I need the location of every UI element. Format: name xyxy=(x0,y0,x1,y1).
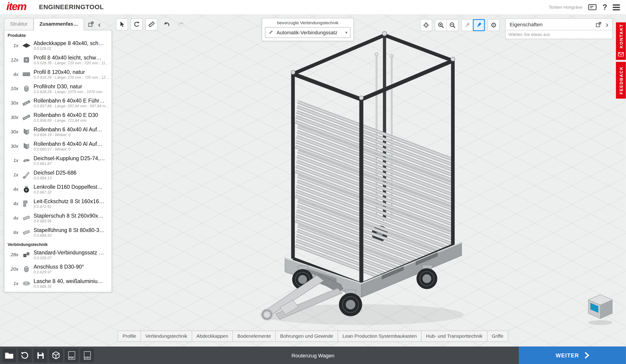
cap-icon xyxy=(21,41,31,50)
measure-tool-button[interactable] xyxy=(146,18,157,30)
category-button[interactable]: Lean Production Systembaukasten xyxy=(338,331,422,342)
collapse-panel-icon[interactable]: ‹ xyxy=(98,20,101,28)
weiter-label: WEITER xyxy=(556,352,579,358)
tab-zusammenfassung[interactable]: Zusammenfas… xyxy=(34,18,84,31)
product-subtitle: 0.0.026.01 xyxy=(34,46,110,51)
product-list-item[interactable]: 6xStapelführung 8 St 80x80-3…0.0.686.93 xyxy=(4,225,112,239)
product-list-item[interactable]: 30xRollenbahn 6 40x40 E Führ…0.0.657.88 … xyxy=(4,96,112,110)
save-button[interactable] xyxy=(34,348,47,362)
product-list-item[interactable]: 10xProfilrohr D30, natur0.0.628.28 - Län… xyxy=(4,81,112,96)
zoom-out-button[interactable] xyxy=(446,19,458,31)
left-panel: Struktur Zusammenfas… ‹ Produkte1xAbdeck… xyxy=(4,18,112,292)
product-list-item[interactable]: 30xRollenbahn 6 40x40 Al Auf…0.0.659.19 … xyxy=(4,125,112,139)
category-bar: ProfileVerbindungstechnikAbdeckkappenBod… xyxy=(118,331,508,342)
plate-icon xyxy=(21,228,31,237)
product-qty: 30x xyxy=(6,129,18,134)
news-icon[interactable] xyxy=(588,4,597,11)
product-title: Rollenbahn 6 40x40 Al Auf… xyxy=(34,127,110,132)
product-title: Profil 8 40x40 leicht, schw… xyxy=(34,55,110,61)
rotate-tool-button[interactable] xyxy=(131,18,143,30)
product-qty: 4x xyxy=(6,201,18,206)
properties-placeholder: Wählen Sie etwas aus xyxy=(505,31,613,39)
expand-properties-icon[interactable]: › xyxy=(606,20,608,28)
kontakt-tab[interactable]: KONTAKT xyxy=(616,22,626,60)
category-button[interactable]: Bohrungen und Gewinde xyxy=(275,331,338,342)
category-button[interactable]: Griffe xyxy=(487,331,508,342)
strap-icon xyxy=(21,279,31,288)
menu-icon[interactable] xyxy=(613,4,620,10)
select-tool-button[interactable] xyxy=(116,18,128,30)
product-list: Produkte1xAbdeckkappe 8 40x40, sch…0.0.0… xyxy=(4,30,112,292)
product-qty: 1x xyxy=(6,158,18,163)
roller-icon xyxy=(21,113,31,122)
pdf-icon: PDF xyxy=(68,351,75,360)
product-list-item[interactable]: 4xProfil 8 120x40, natur0.0.416.29 - Län… xyxy=(4,67,112,81)
category-button[interactable]: Profile xyxy=(118,331,141,342)
topbar-right: Torben Hohgräve ? xyxy=(549,3,626,11)
zoom-in-button[interactable] xyxy=(435,19,447,31)
product-subtitle: 0.0.686.93 xyxy=(34,233,110,237)
product-list-item[interactable]: 20xAnschluss 8 D30-90°0.0.629.97 xyxy=(4,262,112,276)
help-icon[interactable]: ? xyxy=(602,3,607,11)
center-view-button[interactable] xyxy=(420,19,432,31)
product-list-item[interactable]: 1xDeichsel D25-6860.0.664.13 xyxy=(4,168,112,182)
product-qty: 28x xyxy=(6,252,18,257)
bracket-icon xyxy=(21,141,31,151)
product-title: Rollenbahn 6 40x40 E D30 xyxy=(34,112,110,118)
popout-properties-icon[interactable] xyxy=(595,21,602,28)
connection-dropdown[interactable]: Automatik-Verbindungssatz ▾ xyxy=(265,27,351,38)
feedback-tab[interactable]: FEEDBACK xyxy=(616,62,626,99)
open-project-button[interactable] xyxy=(2,348,16,362)
export-3d-button[interactable] xyxy=(49,348,63,362)
reset-button[interactable] xyxy=(18,348,32,362)
product-list-item[interactable]: 4xLeit-Eckschutz 8 St 160x16…0.0.672.91 xyxy=(4,197,112,211)
product-list-item[interactable]: 28xStandard-Verbindungssatz …0.0.026.07 xyxy=(4,248,112,262)
wide-profile-icon xyxy=(21,69,31,79)
caster-icon xyxy=(21,184,31,194)
product-list-item[interactable]: 30xRollenbahn 6 40x40 Al Auf…0.0.660.57 … xyxy=(4,139,112,153)
csv-export-button[interactable]: CSV xyxy=(80,348,94,362)
envelope-icon xyxy=(618,51,624,58)
category-button[interactable]: Verbindungstechnik xyxy=(141,331,192,342)
product-list-item[interactable]: 4xStaplerschuh 8 St 260x90x…0.0.683.95 xyxy=(4,211,112,225)
connection-panel: bevorzugte Verbindungstechnik Automatik-… xyxy=(262,18,354,41)
product-list-item[interactable]: 1xAbdeckkappe 8 40x40, sch…0.0.026.01 xyxy=(4,38,112,53)
corner-guard-icon xyxy=(21,199,31,208)
properties-header: Eigenschaften › xyxy=(505,18,613,30)
product-subtitle: 0.0.629.97 xyxy=(34,270,110,274)
section-header: Produkte xyxy=(4,31,112,38)
product-qty: 4x xyxy=(6,186,18,192)
category-button[interactable]: Abdeckkappen xyxy=(192,331,233,342)
product-qty: 30x xyxy=(6,115,18,120)
product-list-item[interactable]: 4xLenkrolle D160 Doppelfest…0.0.667.32 xyxy=(4,182,112,197)
product-list-item[interactable]: 1xLasche 8 40, weißaluminiu…0.0.666.35 xyxy=(4,276,112,291)
settings-button[interactable]: ⚙ xyxy=(488,19,500,31)
paint-tool-disabled-button[interactable] xyxy=(461,19,473,31)
paint-tool-active-button[interactable] xyxy=(473,19,485,31)
product-title: Deichsel D25-686 xyxy=(34,170,110,176)
product-list-item[interactable]: 30xRollenbahn 6 40x40 E D300.0.658.69 - … xyxy=(4,110,112,125)
coupling-icon xyxy=(21,156,31,165)
category-button[interactable]: Bodenelemente xyxy=(233,331,276,342)
undo-button[interactable] xyxy=(160,18,172,30)
product-qty: 1x xyxy=(6,172,18,178)
canvas-area[interactable]: Struktur Zusammenfas… ‹ Produkte1xAbdeck… xyxy=(0,14,626,347)
product-subtitle: 0.0.658.69 - Länge: 721,64 mm xyxy=(34,118,110,123)
weiter-button[interactable]: WEITER xyxy=(519,347,626,364)
section-header: Verbindungstechnik xyxy=(4,239,112,248)
popout-panel-icon[interactable] xyxy=(88,21,95,28)
save-icon xyxy=(36,351,45,360)
product-qty: 1x xyxy=(6,43,18,48)
product-list-item[interactable]: 1xDeichsel-Kupplung D25-74,…0.0.661.87 xyxy=(4,153,112,168)
product-subtitle: 0.0.659.19 - Winkel: 0 xyxy=(34,132,110,137)
properties-title: Eigenschaften xyxy=(510,21,592,27)
redo-button[interactable] xyxy=(175,18,187,30)
view-cube[interactable] xyxy=(584,291,617,327)
tab-struktur[interactable]: Struktur xyxy=(4,18,34,31)
chevron-right-icon xyxy=(584,352,589,359)
product-title: Rollenbahn 6 40x40 E Führ… xyxy=(34,98,110,104)
category-button[interactable]: Hub- und Transporttechnik xyxy=(421,331,487,342)
product-list-item[interactable]: 12xProfil 8 40x40 leicht, schw…0.0.026.3… xyxy=(4,53,112,67)
connection-label: bevorzugte Verbindungstechnik xyxy=(265,20,351,25)
pdf-export-button[interactable]: PDF xyxy=(65,348,78,362)
